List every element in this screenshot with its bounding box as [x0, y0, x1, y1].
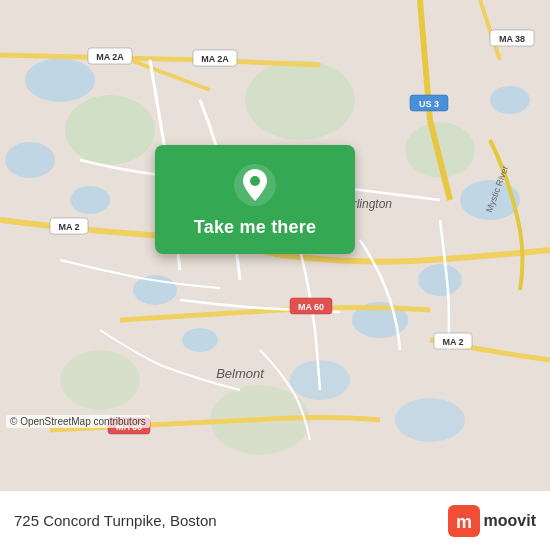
svg-point-9 [490, 86, 530, 114]
svg-point-3 [70, 186, 110, 214]
svg-text:MA 2A: MA 2A [96, 52, 124, 62]
svg-point-12 [65, 95, 155, 165]
svg-point-1 [25, 58, 95, 102]
take-me-there-card[interactable]: Take me there [155, 145, 355, 254]
moovit-logo: m moovit [448, 505, 536, 537]
address-text: 725 Concord Turnpike, Boston [14, 512, 217, 529]
bottom-bar: 725 Concord Turnpike, Boston m moovit [0, 490, 550, 550]
svg-point-5 [182, 328, 218, 352]
svg-text:MA 60: MA 60 [298, 302, 324, 312]
map-container: MA 2A MA 2A US 3 MA 38 MA 2 MA 2 MA 60 M… [0, 0, 550, 490]
svg-text:MA 2: MA 2 [442, 337, 463, 347]
svg-text:US 3: US 3 [419, 99, 439, 109]
location-pin-icon [233, 163, 277, 207]
svg-point-13 [245, 60, 355, 140]
svg-text:MA 38: MA 38 [499, 34, 525, 44]
svg-text:m: m [456, 512, 472, 532]
svg-point-45 [250, 176, 260, 186]
svg-point-2 [5, 142, 55, 178]
moovit-brand-name: moovit [484, 512, 536, 530]
svg-text:MA 2: MA 2 [58, 222, 79, 232]
svg-point-11 [395, 398, 465, 442]
map-attribution: © OpenStreetMap contributors [6, 415, 150, 428]
svg-text:MA 2A: MA 2A [201, 54, 229, 64]
svg-text:Belmont: Belmont [216, 366, 265, 381]
take-me-there-button-label: Take me there [194, 217, 316, 238]
svg-point-7 [418, 264, 462, 296]
moovit-logo-icon: m [448, 505, 480, 537]
svg-point-16 [60, 350, 140, 410]
